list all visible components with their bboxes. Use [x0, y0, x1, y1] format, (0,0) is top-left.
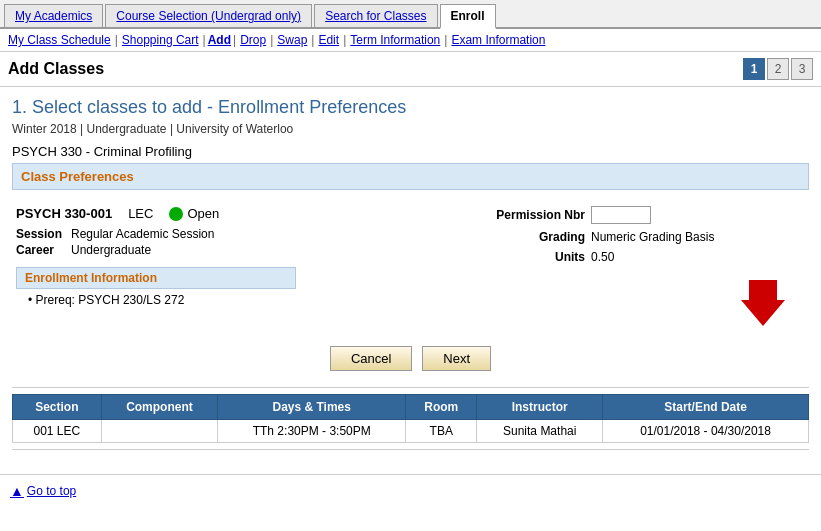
- table-header-row: Section Component Days & Times Room Inst…: [13, 395, 809, 420]
- grading-value: Numeric Grading Basis: [591, 230, 714, 244]
- left-details: PSYCH 330-001 LEC Open Session Regular A…: [16, 206, 485, 336]
- nav-drop[interactable]: Drop: [240, 33, 266, 47]
- units-label: Units: [485, 250, 585, 264]
- table-cell: Sunita Mathai: [477, 420, 603, 443]
- nav-add[interactable]: Add: [208, 33, 231, 47]
- grading-label: Grading: [485, 230, 585, 244]
- divider: [12, 387, 809, 388]
- class-details: PSYCH 330-001 LEC Open Session Regular A…: [12, 200, 809, 342]
- table-cell: TBA: [406, 420, 477, 443]
- prereq-row: Prereq: PSYCH 230/LS 272: [28, 293, 485, 307]
- permission-input[interactable]: [591, 206, 651, 224]
- table-cell: 001 LEC: [13, 420, 102, 443]
- nav-shopping-cart[interactable]: Shopping Cart: [122, 33, 199, 47]
- sub-info: Winter 2018 | Undergraduate | University…: [12, 122, 809, 136]
- schedule-table: Section Component Days & Times Room Inst…: [12, 394, 809, 443]
- arrow-shaft: [749, 280, 777, 300]
- nav-exam-information[interactable]: Exam Information: [451, 33, 545, 47]
- status-label: Open: [187, 206, 219, 221]
- tab-search-classes[interactable]: Search for Classes: [314, 4, 437, 27]
- down-arrow-icon: [741, 280, 785, 326]
- table-cell: 01/01/2018 - 04/30/2018: [603, 420, 809, 443]
- class-preferences-header: Class Preferences: [12, 163, 809, 190]
- right-details: Permission Nbr Grading Numeric Grading B…: [485, 206, 805, 336]
- top-nav: My Academics Course Selection (Undergrad…: [0, 0, 821, 29]
- open-status-dot: [169, 207, 183, 221]
- class-id-row: PSYCH 330-001 LEC Open: [16, 206, 485, 221]
- step-3: 3: [791, 58, 813, 80]
- class-id: PSYCH 330-001: [16, 206, 112, 221]
- table-row: 001 LECTTh 2:30PM - 3:50PMTBASunita Math…: [13, 420, 809, 443]
- go-to-top-link[interactable]: ▲ Go to top: [10, 483, 811, 499]
- class-component: LEC: [128, 206, 153, 221]
- arrow-container: [485, 270, 805, 336]
- tab-course-selection[interactable]: Course Selection (Undergrad only): [105, 4, 312, 27]
- col-days-times: Days & Times: [218, 395, 406, 420]
- table-cell: [101, 420, 218, 443]
- permission-row: Permission Nbr: [485, 206, 805, 224]
- button-row: Cancel Next: [12, 342, 809, 381]
- go-top-icon: ▲: [10, 483, 24, 499]
- career-label: Career: [16, 243, 71, 257]
- status-indicator: Open: [169, 206, 219, 221]
- col-section: Section: [13, 395, 102, 420]
- course-name: PSYCH 330 - Criminal Profiling: [12, 144, 809, 159]
- step-1: 1: [743, 58, 765, 80]
- nav-my-class-schedule[interactable]: My Class Schedule: [8, 33, 111, 47]
- go-top-label: Go to top: [27, 484, 76, 498]
- tab-enroll[interactable]: Enroll: [440, 4, 496, 29]
- nav-term-information[interactable]: Term Information: [350, 33, 440, 47]
- step-2: 2: [767, 58, 789, 80]
- page-title: Add Classes: [8, 60, 104, 78]
- cancel-button[interactable]: Cancel: [330, 346, 412, 371]
- career-value: Undergraduate: [71, 243, 151, 257]
- session-row: Session Regular Academic Session: [16, 227, 485, 241]
- table-cell: TTh 2:30PM - 3:50PM: [218, 420, 406, 443]
- col-room: Room: [406, 395, 477, 420]
- units-row: Units 0.50: [485, 250, 805, 264]
- arrow-head: [741, 300, 785, 326]
- main-content: 1. Select classes to add - Enrollment Pr…: [0, 87, 821, 466]
- units-value: 0.50: [591, 250, 614, 264]
- tab-my-academics[interactable]: My Academics: [4, 4, 103, 27]
- permission-label: Permission Nbr: [485, 208, 585, 222]
- divider-2: [12, 449, 809, 450]
- secondary-nav: My Class Schedule | Shopping Cart | Add …: [0, 29, 821, 52]
- footer: ▲ Go to top: [0, 474, 821, 507]
- col-start-end-date: Start/End Date: [603, 395, 809, 420]
- nav-swap[interactable]: Swap: [277, 33, 307, 47]
- col-component: Component: [101, 395, 218, 420]
- career-row: Career Undergraduate: [16, 243, 485, 257]
- nav-edit[interactable]: Edit: [318, 33, 339, 47]
- session-value: Regular Academic Session: [71, 227, 214, 241]
- next-button[interactable]: Next: [422, 346, 491, 371]
- step-indicators: 1 2 3: [743, 58, 813, 80]
- grading-row: Grading Numeric Grading Basis: [485, 230, 805, 244]
- col-instructor: Instructor: [477, 395, 603, 420]
- page-header: Add Classes 1 2 3: [0, 52, 821, 87]
- enrollment-info-header: Enrollment Information: [16, 267, 296, 289]
- session-label: Session: [16, 227, 71, 241]
- section-heading: 1. Select classes to add - Enrollment Pr…: [12, 97, 809, 118]
